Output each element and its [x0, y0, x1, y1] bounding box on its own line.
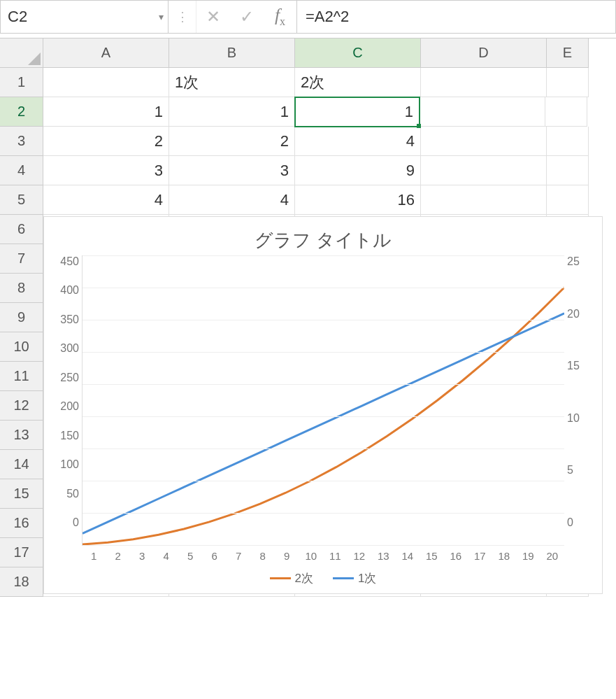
x-tick: 19 [516, 550, 540, 562]
yleft-tick: 300 [50, 342, 79, 355]
gridline [83, 481, 564, 481]
y-axis-left: 450400350300250200150100500 [50, 255, 82, 546]
column-header-row: ABCDE [0, 38, 616, 68]
cell-B2[interactable]: 1 [169, 97, 295, 127]
row-head-15[interactable]: 15 [0, 479, 43, 509]
row-1: 11次2次 [0, 68, 616, 97]
row-head-16[interactable]: 16 [0, 509, 43, 538]
col-head-E[interactable]: E [547, 38, 589, 68]
yleft-tick: 200 [50, 400, 79, 413]
x-tick: 8 [251, 550, 275, 562]
cancel-icon[interactable]: ✕ [196, 1, 230, 33]
x-tick: 6 [203, 550, 227, 562]
cell-E3[interactable] [547, 127, 589, 156]
gridline [83, 384, 564, 385]
select-all-corner[interactable] [0, 38, 43, 68]
row-head-13[interactable]: 13 [0, 421, 43, 450]
row-head-6[interactable]: 6 [0, 215, 43, 244]
cell-D5[interactable] [421, 185, 547, 215]
gridline [83, 320, 564, 320]
row-head-1[interactable]: 1 [0, 68, 43, 97]
row-head-18[interactable]: 18 [0, 567, 43, 597]
yright-tick: 0 [567, 516, 596, 529]
x-tick: 3 [130, 550, 155, 562]
cell-A2[interactable]: 1 [43, 97, 169, 127]
x-tick: 9 [275, 550, 299, 562]
x-tick: 7 [227, 550, 251, 562]
row-4: 4339 [0, 156, 616, 185]
cell-C1[interactable]: 2次 [295, 68, 421, 97]
confirm-icon[interactable]: ✓ [230, 1, 264, 33]
cell-A1[interactable] [43, 68, 169, 97]
cell-E5[interactable] [547, 185, 589, 215]
cell-C5[interactable]: 16 [295, 185, 421, 215]
cell-E4[interactable] [547, 156, 589, 185]
x-tick: 17 [468, 550, 492, 562]
gridline [83, 255, 564, 256]
name-box[interactable]: C2 ▾ [1, 1, 169, 33]
x-tick: 13 [371, 550, 396, 562]
yleft-tick: 100 [50, 458, 79, 471]
cell-A4[interactable]: 3 [43, 156, 169, 185]
chart-title: グラフ タイトル [50, 228, 596, 253]
x-tick: 4 [155, 550, 179, 562]
col-head-C[interactable]: C [295, 38, 421, 68]
yleft-tick: 250 [50, 372, 79, 384]
row-head-14[interactable]: 14 [0, 450, 43, 479]
x-tick: 10 [299, 550, 324, 562]
row-3: 3224 [0, 127, 616, 156]
row-head-17[interactable]: 17 [0, 538, 43, 567]
cell-B4[interactable]: 3 [169, 156, 295, 185]
legend-swatch-orange [270, 577, 291, 579]
row-head-2[interactable]: 2 [0, 97, 43, 127]
x-tick: 11 [323, 550, 348, 562]
cell-B3[interactable]: 2 [169, 127, 295, 156]
col-head-A[interactable]: A [43, 38, 169, 68]
legend-item-1ji: 1次 [333, 570, 376, 586]
yleft-tick: 150 [50, 430, 79, 442]
yleft-tick: 450 [50, 255, 79, 268]
row-head-5[interactable]: 5 [0, 185, 43, 215]
cell-E1[interactable] [547, 68, 589, 97]
col-head-D[interactable]: D [421, 38, 547, 68]
chart[interactable]: グラフ タイトル 450400350300250200150100500 252… [43, 216, 603, 594]
legend: 2次 1次 [50, 562, 596, 589]
formula-input[interactable]: =A2^2 [297, 1, 615, 33]
cell-A5[interactable]: 4 [43, 185, 169, 215]
row-head-12[interactable]: 12 [0, 391, 43, 421]
cell-D3[interactable] [421, 127, 547, 156]
row-head-7[interactable]: 7 [0, 244, 43, 274]
row-head-3[interactable]: 3 [0, 127, 43, 156]
row-head-9[interactable]: 9 [0, 303, 43, 332]
cell-A3[interactable]: 2 [43, 127, 169, 156]
row-head-10[interactable]: 10 [0, 332, 43, 362]
cell-B5[interactable]: 4 [169, 185, 295, 215]
yright-tick: 10 [567, 412, 596, 425]
fx-icon[interactable]: fx [264, 1, 297, 33]
cell-D4[interactable] [421, 156, 547, 185]
x-tick: 18 [492, 550, 517, 562]
row-head-4[interactable]: 4 [0, 156, 43, 185]
row-head-8[interactable]: 8 [0, 274, 43, 303]
gridline [83, 352, 564, 353]
name-box-value: C2 [8, 8, 27, 26]
gridline [83, 545, 564, 546]
yleft-tick: 0 [50, 516, 79, 529]
gridline [83, 513, 564, 514]
dropdown-icon[interactable]: ▾ [159, 11, 164, 22]
x-tick: 15 [420, 550, 444, 562]
x-tick: 20 [540, 550, 565, 562]
yleft-tick: 400 [50, 284, 79, 297]
col-head-B[interactable]: B [169, 38, 295, 68]
gridline [83, 416, 564, 417]
row-head-11[interactable]: 11 [0, 362, 43, 391]
cell-D2[interactable] [420, 97, 545, 127]
cell-B1[interactable]: 1次 [169, 68, 295, 97]
cell-C2[interactable]: 1 [294, 97, 420, 127]
cell-C4[interactable]: 9 [295, 156, 421, 185]
x-axis: 1234567891011121314151617181920 [50, 546, 564, 562]
x-tick: 2 [106, 550, 131, 562]
cell-D1[interactable] [421, 68, 547, 97]
cell-C3[interactable]: 4 [295, 127, 421, 156]
cell-E2[interactable] [545, 97, 587, 127]
